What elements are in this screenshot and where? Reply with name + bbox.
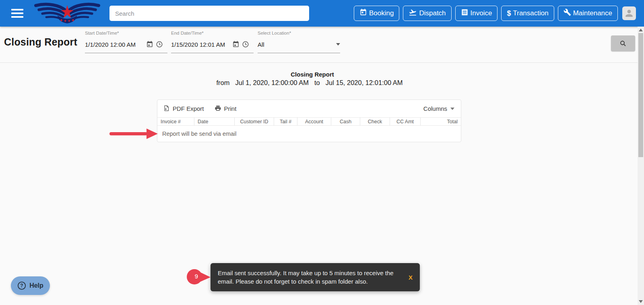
nav-booking-button[interactable]: Booking xyxy=(354,6,399,21)
annotation-step-number: 9 xyxy=(192,273,201,280)
end-datetime-field: End Date/Time* xyxy=(171,31,254,53)
calendar-icon xyxy=(359,8,367,18)
nav-dispatch-label: Dispatch xyxy=(419,9,446,17)
report-title: Closing Report xyxy=(0,71,625,78)
report-date-range: fromJul 1, 2020, 12:00:00 AMtoJul 15, 20… xyxy=(0,79,625,87)
pdf-export-button[interactable]: PDF Export xyxy=(163,105,204,113)
nav-transaction-label: Transaction xyxy=(513,9,548,17)
calendar-picker-icon[interactable] xyxy=(232,41,239,48)
col-check[interactable]: Check xyxy=(360,118,390,125)
nav-maintenance-button[interactable]: Maintenance xyxy=(558,6,618,21)
nav-maintenance-label: Maintenance xyxy=(573,9,612,17)
print-button[interactable]: Print xyxy=(215,105,237,113)
app-bar: Booking Dispatch Invoice $ Transaction xyxy=(0,0,644,27)
toast-close-button[interactable]: X xyxy=(409,274,413,281)
user-avatar[interactable] xyxy=(622,6,636,20)
company-logo xyxy=(33,2,101,25)
hamburger-menu-icon[interactable] xyxy=(11,9,23,18)
input-underline xyxy=(258,53,340,53)
pdf-file-icon xyxy=(163,105,170,113)
page-title: Closing Report xyxy=(4,36,77,48)
col-cc-amt[interactable]: CC Amt xyxy=(390,118,421,125)
from-label: from xyxy=(216,79,229,86)
help-label: Help xyxy=(29,282,43,289)
global-search xyxy=(109,6,309,21)
dollar-icon: $ xyxy=(507,9,511,18)
col-invoice[interactable]: Invoice # xyxy=(157,118,194,125)
eagle-star-logo-icon xyxy=(33,2,101,23)
printer-icon xyxy=(215,105,221,113)
col-date[interactable]: Date xyxy=(194,118,235,125)
filter-bar: Closing Report Start Date/Time* End Date… xyxy=(0,27,644,63)
search-input[interactable] xyxy=(109,6,309,21)
from-value: Jul 1, 2020, 12:00:00 AM xyxy=(235,79,309,86)
toast-message: Email sent successfully. It may take up … xyxy=(218,269,398,286)
table-empty-row: Report will be send via email xyxy=(157,126,461,142)
location-selected-value: All xyxy=(258,41,264,48)
input-underline xyxy=(171,53,254,53)
start-datetime-input[interactable] xyxy=(85,41,141,48)
location-select-field[interactable]: Select Location* All xyxy=(258,31,340,53)
scrollbar-thumb[interactable] xyxy=(638,33,643,157)
nav-booking-label: Booking xyxy=(369,9,394,17)
vertical-scrollbar[interactable] xyxy=(638,27,644,305)
to-label: to xyxy=(314,79,320,86)
location-select-label: Select Location* xyxy=(258,31,340,35)
calendar-picker-icon[interactable] xyxy=(146,41,153,48)
app-window: Booking Dispatch Invoice $ Transaction xyxy=(0,0,644,305)
col-customer-id[interactable]: Customer ID xyxy=(235,118,274,125)
email-report-message: Report will be send via email xyxy=(162,131,237,137)
start-datetime-field: Start Date/Time* xyxy=(85,31,167,53)
report-table-card: PDF Export Print Columns Invoice # Date … xyxy=(157,100,461,142)
person-icon xyxy=(624,8,634,19)
toast-notification: Email sent successfully. It may take up … xyxy=(211,263,420,291)
clock-picker-icon[interactable] xyxy=(242,41,249,48)
columns-dropdown[interactable]: Columns xyxy=(423,105,454,112)
nav-invoice-button[interactable]: Invoice xyxy=(455,6,498,21)
pdf-export-label: PDF Export xyxy=(173,105,204,112)
col-account[interactable]: Account xyxy=(297,118,331,125)
input-underline xyxy=(85,53,167,53)
col-total[interactable]: Total xyxy=(421,118,461,125)
nav-dispatch-button[interactable]: Dispatch xyxy=(403,6,451,21)
scroll-down-icon[interactable] xyxy=(639,300,643,303)
question-mark-icon: ? xyxy=(17,281,26,290)
scroll-up-icon[interactable] xyxy=(639,29,643,31)
print-label: Print xyxy=(224,105,237,112)
search-icon xyxy=(619,40,627,47)
report-content: Closing Report fromJul 1, 2020, 12:00:00… xyxy=(0,63,638,305)
col-cash[interactable]: Cash xyxy=(331,118,360,125)
table-header-row: Invoice # Date Customer ID Tail # Accoun… xyxy=(157,117,461,126)
chevron-down-icon[interactable] xyxy=(336,43,340,46)
nav-invoice-label: Invoice xyxy=(471,9,492,17)
columns-label: Columns xyxy=(423,105,447,112)
receipt-icon xyxy=(461,8,469,18)
nav-transaction-button[interactable]: $ Transaction xyxy=(501,6,554,21)
svg-text:?: ? xyxy=(21,283,23,288)
run-report-search-button[interactable] xyxy=(611,35,635,51)
table-toolbar: PDF Export Print Columns xyxy=(157,100,461,117)
col-tail[interactable]: Tail # xyxy=(274,118,297,125)
help-button[interactable]: ? Help xyxy=(11,276,50,295)
start-datetime-label: Start Date/Time* xyxy=(85,31,167,35)
main-nav: Booking Dispatch Invoice $ Transaction xyxy=(354,6,618,21)
wrench-icon xyxy=(564,8,571,18)
end-datetime-label: End Date/Time* xyxy=(171,31,254,35)
flight-takeoff-icon xyxy=(409,8,417,19)
annotation-arrow-icon xyxy=(109,129,158,139)
to-value: Jul 15, 2020, 12:01:00 AM xyxy=(326,79,403,86)
clock-picker-icon[interactable] xyxy=(156,41,163,48)
chevron-down-icon xyxy=(450,108,454,110)
end-datetime-input[interactable] xyxy=(171,41,230,48)
